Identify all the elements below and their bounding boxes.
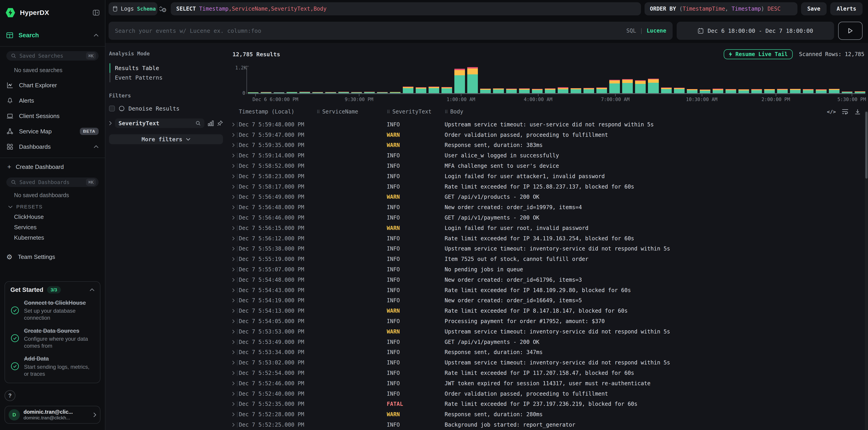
histogram-bar[interactable] xyxy=(390,92,401,93)
denoise-results-row[interactable]: Denoise Results xyxy=(109,104,223,112)
preset-kubernetes[interactable]: Kubernetes xyxy=(14,234,105,241)
histogram-bar[interactable] xyxy=(261,92,271,93)
row-expander[interactable] xyxy=(231,256,239,262)
run-query-button[interactable] xyxy=(838,22,863,40)
table-row[interactable]: Dec 7 5:53:02.000 PMINFOUpstream service… xyxy=(231,357,868,368)
table-row[interactable]: Dec 7 5:54:13.000 PMWARNRate limit excee… xyxy=(231,306,868,316)
language-toggle-lucene[interactable]: Lucene xyxy=(647,28,666,34)
row-expander[interactable] xyxy=(231,401,239,407)
sidebar-item-alerts[interactable]: Alerts xyxy=(0,95,105,106)
histogram-bar[interactable] xyxy=(790,89,801,93)
sidebar-item-dashboards[interactable]: Dashboards xyxy=(0,141,105,152)
histogram-bar[interactable] xyxy=(725,89,736,93)
mode-event-patterns[interactable]: Event Patterns xyxy=(109,73,223,82)
more-filters-button[interactable]: More filters xyxy=(109,134,223,144)
sidebar-item-team-settings[interactable]: ⚙ Team Settings xyxy=(0,252,105,262)
histogram-bar[interactable] xyxy=(648,79,658,93)
table-row[interactable]: Dec 7 5:56:46.000 PMINFOGET /api/v1/paym… xyxy=(231,212,868,223)
histogram-bar[interactable] xyxy=(454,69,465,93)
table-row[interactable]: Dec 7 5:59:35.000 PMWARNResponse sent, d… xyxy=(231,140,868,151)
histogram-bar[interactable] xyxy=(532,89,542,93)
histogram-bar[interactable] xyxy=(584,88,594,93)
row-expander[interactable] xyxy=(231,184,239,190)
language-toggle-sql[interactable]: SQL xyxy=(626,28,636,34)
sidebar-item-search[interactable]: Search xyxy=(0,30,105,41)
save-button[interactable]: Save xyxy=(801,2,827,15)
download-icon[interactable] xyxy=(855,108,861,115)
table-row[interactable]: Dec 7 5:58:17.000 PMINFORate limit excee… xyxy=(231,181,868,192)
table-row[interactable]: Dec 7 5:52:54.000 PMINFORate limit excee… xyxy=(231,368,868,378)
denoise-checkbox[interactable] xyxy=(109,106,115,111)
histogram-bar[interactable] xyxy=(248,92,258,93)
column-header-body[interactable]: ⠿Body xyxy=(445,108,819,115)
table-row[interactable]: Dec 7 5:53:53.000 PMWARNUpstream service… xyxy=(231,326,868,337)
severity-filter-field[interactable]: SeverityText xyxy=(115,119,205,128)
row-expander[interactable] xyxy=(231,267,239,272)
column-header-servicename[interactable]: ⠿ServiceName xyxy=(317,108,387,115)
table-row[interactable]: Dec 7 5:53:34.000 PMINFOResponse sent, d… xyxy=(231,347,868,358)
table-row[interactable]: Dec 7 5:54:05.000 PMINFOProcessing payme… xyxy=(231,316,868,326)
row-expander[interactable] xyxy=(231,277,239,283)
row-expander[interactable] xyxy=(231,370,239,376)
table-row[interactable]: Dec 7 5:56:15.000 PMWARNLogin failed for… xyxy=(231,223,868,233)
row-expander[interactable] xyxy=(231,236,239,241)
preset-services[interactable]: Services xyxy=(14,224,105,231)
histogram-bar[interactable] xyxy=(338,92,349,93)
row-expander[interactable] xyxy=(231,288,239,293)
table-row[interactable]: Dec 7 5:54:19.000 PMINFONew order create… xyxy=(231,296,868,306)
table-row[interactable]: Dec 7 5:52:40.000 PMINFOOrder validation… xyxy=(231,389,868,399)
get-started-header[interactable]: Get Started 3/3 xyxy=(10,286,95,293)
table-row[interactable]: Dec 7 5:55:38.000 PMINFOUpstream service… xyxy=(231,244,868,254)
histogram-bar[interactable] xyxy=(687,89,698,93)
mode-results-table[interactable]: Results Table xyxy=(109,63,223,73)
histogram-bar[interactable] xyxy=(429,87,439,93)
histogram-bar[interactable] xyxy=(751,89,762,93)
histogram-bar[interactable] xyxy=(803,89,813,93)
histogram-bar[interactable] xyxy=(545,89,555,93)
table-row[interactable]: Dec 7 5:52:46.000 PMINFOJWT token expire… xyxy=(231,378,868,389)
scrollbar-thumb[interactable] xyxy=(865,112,868,178)
row-expander[interactable] xyxy=(231,422,239,428)
collapse-sidebar-icon[interactable] xyxy=(93,10,99,15)
histogram-bar[interactable] xyxy=(519,89,530,93)
sidebar-item-client-sessions[interactable]: Client Sessions xyxy=(0,110,105,122)
histogram-bar[interactable] xyxy=(312,92,323,93)
get-started-step[interactable]: Connect to ClickHouse Set up your databa… xyxy=(10,299,95,322)
histogram-bar[interactable] xyxy=(274,92,284,93)
row-expander[interactable] xyxy=(231,132,239,138)
row-expander[interactable] xyxy=(231,194,239,200)
table-row[interactable]: Dec 7 5:56:12.000 PMINFORate limit excee… xyxy=(231,233,868,244)
table-row[interactable]: Dec 7 5:55:07.000 PMINFONo pending jobs … xyxy=(231,264,868,275)
table-row[interactable]: Dec 7 5:52:25.000 PMINFOBackground job s… xyxy=(231,420,868,430)
row-expander[interactable] xyxy=(231,246,239,252)
row-expander[interactable] xyxy=(231,412,239,417)
row-expander[interactable] xyxy=(231,308,239,313)
sidebar-item-service-map[interactable]: Service Map BETA xyxy=(0,126,105,137)
row-expander[interactable] xyxy=(231,142,239,148)
table-row[interactable]: Dec 7 5:56:49.000 PMWARNGET /api/v1/prod… xyxy=(231,192,868,202)
histogram-bar[interactable] xyxy=(558,87,568,93)
row-expander[interactable] xyxy=(231,391,239,397)
histogram-bar[interactable] xyxy=(700,90,710,93)
table-row[interactable]: Dec 7 5:58:23.000 PMINFOLogin failed for… xyxy=(231,171,868,181)
histogram-bar[interactable] xyxy=(609,80,620,93)
table-row[interactable]: Dec 7 5:53:49.000 PMINFOGET /api/v1/paym… xyxy=(231,337,868,347)
histogram-bar[interactable] xyxy=(351,92,362,93)
table-row[interactable]: Dec 7 5:59:14.000 PMINFOUser alice_w log… xyxy=(231,150,868,161)
row-expander[interactable] xyxy=(231,298,239,303)
table-row[interactable]: Dec 7 5:58:52.000 PMINFOMFA challenge se… xyxy=(231,161,868,171)
row-expander[interactable] xyxy=(231,381,239,386)
table-row[interactable]: Dec 7 5:59:48.000 PMINFOUpstream service… xyxy=(231,119,868,130)
row-expander[interactable] xyxy=(231,225,239,231)
row-expander[interactable] xyxy=(231,360,239,365)
bar-chart-icon[interactable] xyxy=(208,120,214,126)
get-started-step[interactable]: Create Data Sources Configure where your… xyxy=(10,327,95,350)
row-expander[interactable] xyxy=(231,339,239,345)
histogram-bar[interactable] xyxy=(493,89,504,93)
table-row[interactable]: Dec 7 5:56:48.000 PMINFONew order create… xyxy=(231,202,868,212)
table-row[interactable]: Dec 7 5:52:35.000 PMFATALRate limit exce… xyxy=(231,399,868,409)
resume-live-tail-button[interactable]: Resume Live Tail xyxy=(724,49,793,59)
histogram-bar[interactable] xyxy=(622,79,633,93)
histogram-bar[interactable] xyxy=(829,89,839,93)
histogram-bar[interactable] xyxy=(441,87,452,93)
